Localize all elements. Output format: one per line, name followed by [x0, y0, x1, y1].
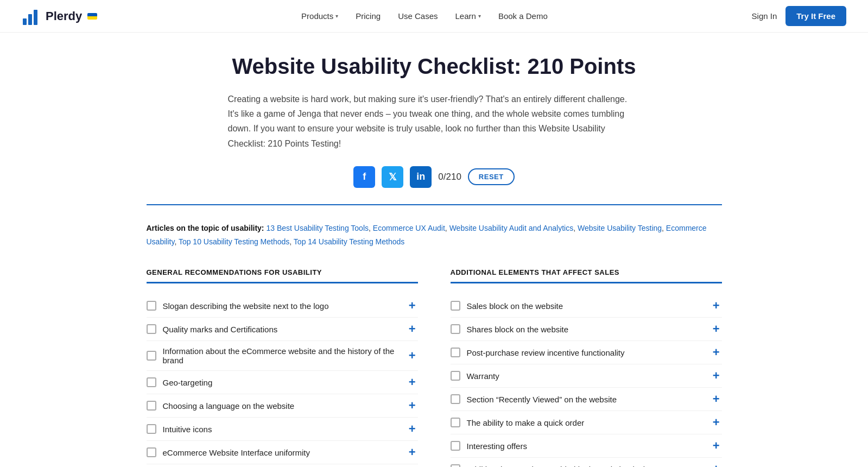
- checkbox-2[interactable]: [147, 324, 156, 334]
- checkbox-r8[interactable]: [451, 464, 460, 467]
- expand-button-6[interactable]: +: [407, 423, 418, 435]
- expand-button-r7[interactable]: +: [711, 440, 722, 452]
- checkbox-r2[interactable]: [451, 324, 460, 334]
- list-item: Additional categories provided in the we…: [451, 458, 722, 467]
- header-actions: Sign In Try It Free: [752, 6, 846, 26]
- facebook-icon: f: [363, 171, 366, 182]
- expand-button-3[interactable]: +: [407, 350, 418, 362]
- expand-button-r4[interactable]: +: [711, 370, 722, 382]
- checkbox-6[interactable]: [147, 424, 156, 434]
- sign-in-link[interactable]: Sign In: [752, 11, 777, 21]
- article-link-3[interactable]: Website Usability Audit and Analytics: [449, 224, 574, 232]
- main-content: Website Usability Checklist: 210 Points …: [136, 33, 733, 467]
- expand-button-r5[interactable]: +: [711, 393, 722, 405]
- checklist-grid: GENERAL RECOMMENDATIONS FOR USABILITY Sl…: [147, 268, 722, 467]
- item-label-r4: Warranty: [467, 371, 499, 381]
- right-col-title: ADDITIONAL ELEMENTS THAT AFFECT SALES: [451, 268, 722, 283]
- expand-button-r6[interactable]: +: [711, 416, 722, 428]
- expand-button-r1[interactable]: +: [711, 300, 722, 312]
- item-label-r6: The ability to make a quick order: [467, 418, 585, 427]
- expand-button-r2[interactable]: +: [711, 323, 722, 335]
- articles-prefix: Articles on the topic of usability:: [147, 224, 264, 232]
- expand-button-7[interactable]: +: [407, 446, 418, 458]
- list-item: The ability to make a quick order +: [451, 411, 722, 434]
- chevron-down-icon: ▾: [335, 13, 338, 19]
- nav-book-demo[interactable]: Book a Demo: [498, 11, 548, 21]
- item-label-r8: Additional categories provided in the we…: [467, 465, 654, 467]
- try-free-button[interactable]: Try It Free: [785, 6, 846, 26]
- item-label-2: Quality marks and Certifications: [163, 325, 278, 334]
- item-label-4: Geo-targeting: [163, 378, 213, 387]
- list-item: Shares block on the website +: [451, 318, 722, 341]
- main-nav: Products ▾ Pricing Use Cases Learn ▾ Boo…: [301, 11, 548, 21]
- facebook-share-button[interactable]: f: [353, 166, 375, 188]
- articles-section: Articles on the topic of usability: 13 B…: [147, 222, 722, 249]
- nav-pricing[interactable]: Pricing: [356, 11, 381, 21]
- nav-products[interactable]: Products ▾: [301, 11, 338, 21]
- item-label-6: Intuitive icons: [163, 425, 212, 434]
- social-row: f 𝕏 in 0/210 RESET: [147, 166, 722, 188]
- linkedin-icon: in: [416, 171, 425, 182]
- article-link-6[interactable]: Top 10 Usability Testing Methods: [179, 237, 289, 246]
- hero-description: Creating a website is hard work, but mak…: [228, 92, 641, 151]
- checkbox-r4[interactable]: [451, 371, 460, 381]
- expand-button-r8[interactable]: +: [711, 463, 722, 467]
- nav-use-cases[interactable]: Use Cases: [398, 11, 438, 21]
- list-item: Warranty +: [451, 364, 722, 388]
- item-label-5: Choosing a language on the website: [163, 401, 295, 411]
- logo-text: Plerdy: [46, 9, 82, 23]
- article-link-7[interactable]: Top 14 Usability Testing Methods: [294, 237, 404, 246]
- list-item: Geo-targeting +: [147, 371, 418, 394]
- checkbox-r5[interactable]: [451, 394, 460, 404]
- expand-button-4[interactable]: +: [407, 376, 418, 388]
- expand-button-5[interactable]: +: [407, 400, 418, 412]
- checkbox-5[interactable]: [147, 401, 156, 411]
- checkbox-3[interactable]: [147, 351, 156, 361]
- checkbox-1[interactable]: [147, 301, 156, 311]
- checklist-counter: 0/210: [438, 172, 461, 182]
- checkbox-r3[interactable]: [451, 348, 460, 357]
- item-label-1: Slogan describing the website next to th…: [163, 301, 329, 311]
- checkbox-r7[interactable]: [451, 441, 460, 451]
- checkbox-4[interactable]: [147, 377, 156, 387]
- list-item: Slogan describing the website next to th…: [147, 294, 418, 318]
- expand-button-r3[interactable]: +: [711, 346, 722, 358]
- list-item: Intuitive icons +: [147, 418, 418, 441]
- article-link-4[interactable]: Website Usability Testing: [578, 224, 662, 232]
- list-item: Quality marks and Certifications +: [147, 318, 418, 341]
- left-column: GENERAL RECOMMENDATIONS FOR USABILITY Sl…: [147, 268, 418, 467]
- item-label-r2: Shares block on the website: [467, 325, 569, 334]
- svg-rect-1: [28, 14, 32, 25]
- list-item: eCommerce Website Interface uniformity +: [147, 441, 418, 464]
- article-link-1[interactable]: 13 Best Usability Testing Tools: [266, 224, 369, 232]
- expand-button-1[interactable]: +: [407, 300, 418, 312]
- linkedin-share-button[interactable]: in: [410, 166, 432, 188]
- list-item: Post-purchase review incentive functiona…: [451, 341, 722, 364]
- list-item: Section “Recently Viewed” on the website…: [451, 388, 722, 411]
- expand-button-2[interactable]: +: [407, 323, 418, 335]
- item-label-r3: Post-purchase review incentive functiona…: [467, 348, 625, 357]
- right-column: ADDITIONAL ELEMENTS THAT AFFECT SALES Sa…: [451, 268, 722, 467]
- page-title: Website Usability Checklist: 210 Points: [147, 54, 722, 79]
- item-label-r7: Interesting offers: [467, 441, 527, 451]
- hero-section: Website Usability Checklist: 210 Points …: [147, 54, 722, 188]
- header: Plerdy Products ▾ Pricing Use Cases Lear…: [0, 0, 868, 33]
- list-item: Choosing a language on the website +: [147, 394, 418, 418]
- checkbox-r6[interactable]: [451, 418, 460, 427]
- nav-learn[interactable]: Learn ▾: [455, 11, 481, 21]
- list-item: Uniqueness and clarity of the eCommerce …: [147, 464, 418, 467]
- list-item: Interesting offers +: [451, 434, 722, 458]
- item-label-r5: Section “Recently Viewed” on the website: [467, 395, 617, 404]
- twitter-icon: 𝕏: [389, 171, 397, 183]
- ukraine-flag: [87, 13, 97, 20]
- article-link-2[interactable]: Ecommerce UX Audit: [373, 224, 445, 232]
- svg-rect-2: [34, 10, 37, 25]
- item-label-7: eCommerce Website Interface uniformity: [163, 448, 311, 457]
- logo[interactable]: Plerdy: [22, 7, 97, 26]
- checkbox-7[interactable]: [147, 447, 156, 457]
- twitter-share-button[interactable]: 𝕏: [382, 166, 403, 188]
- reset-button[interactable]: RESET: [468, 168, 515, 185]
- item-label-r1: Sales block on the website: [467, 301, 563, 311]
- chevron-down-icon: ▾: [478, 13, 481, 19]
- checkbox-r1[interactable]: [451, 301, 460, 311]
